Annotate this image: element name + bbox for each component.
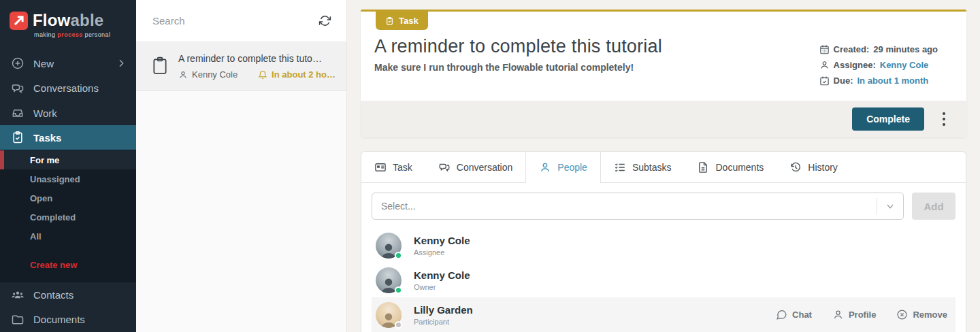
page-title: A reminder to complete this tutorial: [374, 36, 662, 57]
sidebar-item-label: Contacts: [33, 289, 74, 301]
meta-assignee: Assignee: Kenny Cole: [819, 60, 938, 70]
brand-tagline: making process personal: [34, 31, 128, 38]
document-icon: [697, 161, 709, 173]
person-role: Assignee: [414, 248, 470, 256]
sidebar-item-conversations[interactable]: Conversations: [0, 76, 136, 101]
people-group-icon: [11, 288, 24, 302]
avatar: [376, 302, 402, 328]
sidebar-filter-open[interactable]: Open: [0, 188, 136, 208]
person-name: Lilly Garden: [414, 304, 473, 316]
person-icon: [819, 60, 830, 70]
sidebar-item-documents[interactable]: Documents: [0, 308, 136, 332]
tab-people[interactable]: People: [525, 152, 601, 183]
sidebar-item-label: New: [33, 58, 54, 69]
sidebar-filter-completed[interactable]: Completed: [0, 208, 136, 227]
complete-button[interactable]: Complete: [852, 107, 924, 131]
task-list-item[interactable]: A reminder to complete this tuto… Kenny …: [136, 42, 346, 91]
clipboard-check-icon: [11, 131, 24, 144]
tab-bar: Task Conversation People Subtasks Docume…: [361, 152, 966, 183]
task-item-title: A reminder to complete this tuto…: [178, 53, 336, 64]
sidebar-item-label: Tasks: [33, 132, 61, 144]
task-detail-main: Task A reminder to complete this tutoria…: [347, 0, 980, 332]
sidebar-filter-unassigned[interactable]: Unassigned: [0, 169, 136, 188]
avatar: [376, 267, 402, 293]
person-row-owner[interactable]: Kenny Cole Owner: [372, 263, 956, 297]
chevron-down-icon[interactable]: [877, 198, 903, 214]
sidebar-item-work[interactable]: Work: [0, 101, 136, 125]
person-icon: [178, 70, 188, 80]
chat-action-button[interactable]: Chat: [776, 309, 812, 320]
task-meta: Created: 29 minutes ago Assignee: Kenny …: [819, 36, 938, 91]
task-list-column: A reminder to complete this tuto… Kenny …: [136, 0, 347, 332]
sidebar-item-label: Work: [33, 107, 57, 119]
person-name: Kenny Cole: [414, 235, 470, 246]
tab-conversation[interactable]: Conversation: [425, 152, 526, 182]
task-header-card: Task A reminder to complete this tutoria…: [361, 10, 966, 137]
assignee-link[interactable]: Kenny Cole: [880, 60, 929, 70]
tab-subtasks[interactable]: Subtasks: [601, 152, 685, 182]
task-action-bar: Complete: [361, 101, 966, 137]
people-select[interactable]: Select...: [372, 193, 904, 220]
chat-bubbles-icon: [438, 161, 451, 173]
clipboard-icon: [151, 55, 169, 80]
due-link[interactable]: In about 1 month: [858, 76, 929, 86]
calendar-icon: [819, 44, 830, 54]
clipboard-check-icon: [385, 16, 394, 26]
task-item-due: In about 2 ho…: [272, 69, 336, 80]
sidebar: Flowable making process personal New Con…: [0, 0, 136, 332]
status-badge: [395, 321, 402, 329]
refresh-icon[interactable]: [318, 14, 331, 27]
search-bar: [136, 0, 346, 42]
tab-task[interactable]: Task: [361, 152, 425, 182]
person-row-assignee[interactable]: Kenny Cole Assignee: [372, 228, 956, 263]
task-item-assignee: Kenny Cole: [192, 69, 238, 80]
person-role: Owner: [414, 283, 470, 291]
avatar: [376, 233, 402, 259]
sidebar-filter-all[interactable]: All: [0, 227, 136, 246]
bell-icon: [258, 70, 267, 80]
task-description: Make sure I run through the Flowable tut…: [374, 62, 662, 73]
sidebar-item-contacts[interactable]: Contacts: [0, 282, 136, 307]
chat-bubbles-icon: [11, 82, 24, 95]
status-badge: [395, 252, 402, 259]
person-role: Participant: [414, 318, 473, 326]
created-value: 29 minutes ago: [873, 44, 938, 54]
chevron-right-icon: [116, 58, 127, 69]
history-icon: [789, 161, 802, 173]
flowable-logo-icon: [10, 12, 28, 30]
inbox-icon: [11, 106, 24, 120]
search-input[interactable]: [151, 14, 318, 27]
folder-icon: [11, 313, 24, 327]
sidebar-item-tasks[interactable]: Tasks: [0, 125, 136, 150]
sidebar-item-label: Documents: [33, 314, 85, 325]
people-panel: Select... Add Kenny Cole Assignee: [361, 183, 966, 332]
profile-action-button[interactable]: Profile: [832, 309, 876, 320]
remove-action-button[interactable]: Remove: [896, 309, 947, 320]
sidebar-item-label: Conversations: [33, 82, 99, 94]
create-new-task-link[interactable]: Create new: [0, 255, 136, 274]
tab-documents[interactable]: Documents: [684, 152, 777, 182]
sidebar-filter-for-me[interactable]: For me: [0, 150, 136, 169]
sidebar-item-new[interactable]: New: [0, 51, 136, 76]
calendar-check-icon: [819, 76, 830, 86]
meta-due: Due: In about 1 month: [819, 76, 938, 86]
chat-bubble-icon: [776, 309, 787, 320]
checklist-icon: [614, 161, 626, 173]
select-placeholder: Select...: [381, 201, 877, 212]
task-type-badge: Task: [376, 12, 428, 30]
id-card-icon: [374, 161, 387, 173]
brand-name: Flowable: [33, 11, 103, 30]
kebab-menu-icon[interactable]: [938, 109, 950, 129]
add-person-button[interactable]: Add: [912, 193, 956, 220]
tab-history[interactable]: History: [777, 152, 851, 182]
meta-created: Created: 29 minutes ago: [819, 44, 938, 54]
tasks-submenu: For me Unassigned Open Completed All Cre…: [0, 150, 136, 282]
person-row-participant[interactable]: Lilly Garden Participant Chat Profile Re…: [372, 297, 956, 332]
status-badge: [395, 286, 402, 294]
task-detail-tabs-card: Task Conversation People Subtasks Docume…: [361, 151, 966, 332]
flowable-logo: Flowable making process personal: [0, 0, 136, 51]
person-icon: [539, 161, 551, 173]
person-icon: [832, 309, 844, 320]
plus-circle-icon: [11, 56, 24, 70]
person-name: Kenny Cole: [414, 269, 470, 281]
